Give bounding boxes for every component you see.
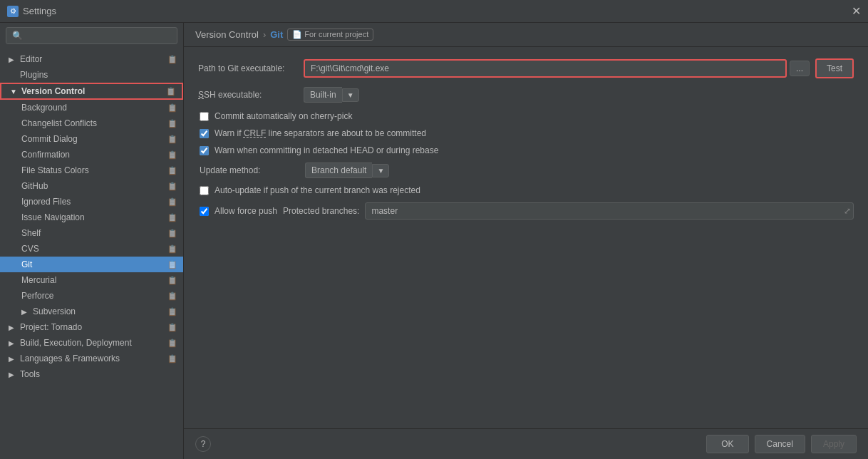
sidebar-item-commit-dialog[interactable]: Commit Dialog 📋 [0,131,183,147]
apply-button[interactable]: Apply [811,435,857,453]
detached-head-checkbox[interactable] [200,146,209,155]
cherry-pick-label: Commit automatically on cherry-pick [215,111,352,121]
sidebar-item-background[interactable]: Background 📋 [0,100,183,115]
ssh-row: SSH executable: Built-in ▼ [198,87,854,103]
sidebar-item-git[interactable]: Git 📋 [0,257,183,272]
bottom-bar: ? OK Cancel Apply [184,428,868,459]
sidebar-item-label: Git [21,259,32,269]
sidebar-item-label: Confirmation [21,150,70,160]
sidebar-item-cvs[interactable]: CVS 📋 [0,241,183,257]
sidebar-item-label: Plugins [20,70,48,80]
arrow-icon: ▶ [9,324,17,331]
path-input[interactable] [304,59,787,78]
ssh-dropdown-button[interactable]: ▼ [342,88,359,102]
help-button[interactable]: ? [195,436,211,452]
breadcrumb-tag: 📄 For current project [287,29,373,41]
ssh-select-wrapper: Built-in ▼ [304,87,359,103]
force-push-checkbox[interactable] [200,207,209,216]
sidebar-item-label: Editor [20,54,42,64]
sidebar-item-shelf[interactable]: Shelf 📋 [0,225,183,241]
path-label: Path to Git executable: [198,63,298,73]
sidebar-item-label: Mercurial [21,275,56,285]
window-title: Settings [23,6,56,16]
search-box[interactable]: 🔍 [6,27,177,44]
sidebar-item-label: Languages & Frameworks [20,354,120,363]
detached-head-row: Warn when committing in detached HEAD or… [198,145,854,155]
sidebar: 🔍 ▶ Editor 📋 Plugins ▼ Version Control 📋… [0,23,184,459]
copy-icon: 📋 [167,307,177,316]
expand-button[interactable]: ⤢ [844,206,851,216]
arrow-icon: ▼ [10,88,19,96]
search-input[interactable] [26,31,171,41]
arrow-icon: ▶ [9,339,17,347]
sidebar-item-label: File Status Colors [21,165,89,175]
settings-content: Path to Git executable: ... Test SSH exe… [184,47,868,428]
sidebar-item-label: Shelf [21,228,41,238]
cherry-pick-checkbox[interactable] [200,112,209,121]
copy-icon: 📋 [167,339,177,348]
sidebar-item-label: Subversion [33,306,76,316]
sidebar-item-perforce[interactable]: Perforce 📋 [0,288,183,304]
update-select[interactable]: Branch default [305,163,372,178]
sidebar-item-label: Background [21,103,67,113]
copy-icon: 📋 [167,55,177,64]
sidebar-item-tools[interactable]: ▶ Tools [0,366,183,382]
auto-update-checkbox[interactable] [200,186,209,195]
ellipsis-button[interactable]: ... [790,61,810,76]
sidebar-item-label: Perforce [21,291,53,301]
sidebar-item-file-status-colors[interactable]: File Status Colors 📋 [0,163,183,178]
sidebar-item-label: Version Control [21,86,85,96]
copy-icon: 📋 [167,229,177,238]
cancel-button[interactable]: Cancel [755,435,805,453]
sidebar-item-ignored-files[interactable]: Ignored Files 📋 [0,194,183,210]
auto-update-row: Auto-update if push of the current branc… [198,185,854,195]
copy-icon: 📋 [167,244,177,254]
sidebar-item-label: Build, Execution, Deployment [20,338,132,348]
sidebar-item-label: GitHub [21,181,48,191]
copy-icon: 📋 [167,276,177,285]
copy-icon: 📋 [167,150,177,160]
content-area: Version Control › Git 📄 For current proj… [184,23,868,459]
title-bar-left: ⚙ Settings [7,6,56,17]
close-button[interactable]: ✕ [852,6,861,17]
sidebar-item-changelist-conflicts[interactable]: Changelist Conflicts 📋 [0,115,183,131]
sidebar-item-build-execution[interactable]: ▶ Build, Execution, Deployment 📋 [0,335,183,351]
crlf-checkbox[interactable] [200,129,209,138]
ssh-select[interactable]: Built-in [304,87,342,103]
title-bar: ⚙ Settings ✕ [0,0,868,23]
arrow-icon: ▶ [21,308,30,316]
update-method-row: Update method: Branch default ▼ [198,163,854,178]
copy-icon: 📋 [167,197,177,207]
protected-branches-label: Protected branches: [283,206,359,216]
sidebar-item-version-control[interactable]: ▼ Version Control 📋 [0,83,183,100]
sidebar-item-label: Tools [20,369,40,379]
sidebar-item-label: CVS [21,244,39,254]
copy-icon: 📋 [167,119,177,128]
test-button[interactable]: Test [815,58,854,78]
settings-icon: ⚙ [7,6,19,17]
nav-tree: ▶ Editor 📋 Plugins ▼ Version Control 📋 B… [0,48,183,459]
update-dropdown-button[interactable]: ▼ [372,164,389,177]
sidebar-item-plugins[interactable]: Plugins [0,67,183,83]
sidebar-item-github[interactable]: GitHub 📋 [0,178,183,194]
breadcrumb-git: Git [270,29,283,40]
sidebar-item-languages-frameworks[interactable]: ▶ Languages & Frameworks 📋 [0,351,183,366]
sidebar-item-editor[interactable]: ▶ Editor 📋 [0,51,183,67]
sidebar-item-label: Commit Dialog [21,134,78,144]
breadcrumb-version-control: Version Control [195,29,259,40]
protected-branches-input[interactable] [365,202,854,220]
main-layout: 🔍 ▶ Editor 📋 Plugins ▼ Version Control 📋… [0,23,868,459]
search-icon: 🔍 [12,31,23,41]
detached-head-label: Warn when committing in detached HEAD or… [215,145,438,155]
sidebar-item-project-tornado[interactable]: ▶ Project: Tornado 📋 [0,319,183,335]
ok-button[interactable]: OK [706,435,748,453]
sidebar-item-confirmation[interactable]: Confirmation 📋 [0,147,183,163]
sidebar-item-subversion[interactable]: ▶ Subversion 📋 [0,304,183,319]
ssh-label: SSH executable: [198,90,298,100]
copy-icon: 📋 [167,260,177,269]
sidebar-item-mercurial[interactable]: Mercurial 📋 [0,272,183,288]
action-buttons: OK Cancel Apply [706,435,857,453]
copy-icon: 📋 [167,166,177,175]
copy-icon: 📋 [167,135,177,144]
sidebar-item-issue-navigation[interactable]: Issue Navigation 📋 [0,210,183,225]
